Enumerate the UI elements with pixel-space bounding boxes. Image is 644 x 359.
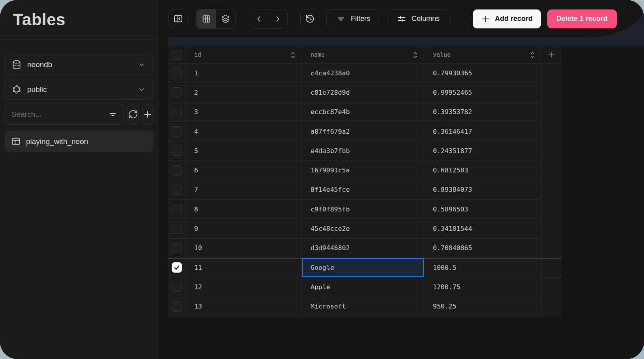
cell-name[interactable]: c9f0f895fb [302, 200, 424, 219]
cell-value[interactable]: 1200.75 [424, 277, 541, 297]
table-row[interactable]: 6 1679091c5a 0.6812583 [168, 161, 561, 180]
cell-id[interactable]: 5 [185, 141, 302, 161]
row-checkbox-cell[interactable] [168, 64, 185, 83]
cell-value[interactable]: 0.99952465 [424, 83, 541, 102]
cell-id[interactable]: 9 [185, 219, 302, 238]
row-checkbox[interactable] [172, 204, 182, 214]
select-all-checkbox[interactable] [172, 50, 182, 60]
row-checkbox-cell[interactable] [168, 200, 185, 219]
table-row[interactable]: 7 8f14e45fce 0.89384073 [168, 180, 561, 200]
row-checkbox[interactable] [172, 107, 182, 117]
row-checkbox[interactable] [172, 185, 182, 195]
table-row[interactable]: 9 45c48cce2e 0.34181544 [168, 219, 561, 238]
row-checkbox-cell[interactable] [168, 103, 185, 122]
row-checkbox-cell[interactable] [168, 219, 185, 238]
grid-view-button[interactable] [197, 9, 216, 28]
row-checkbox[interactable] [172, 68, 182, 78]
row-checkbox[interactable] [172, 301, 182, 312]
cell-name[interactable]: Google [302, 258, 424, 277]
cell-name[interactable]: 1679091c5a [302, 161, 424, 180]
prev-page-button[interactable] [249, 9, 268, 28]
row-checkbox-cell[interactable] [168, 83, 185, 102]
cell-name[interactable]: Apple [302, 277, 424, 297]
cell-id[interactable]: 8 [185, 200, 302, 219]
cell-name[interactable]: eccbc87e4b [302, 103, 424, 122]
cell-name[interactable]: 45c48cce2e [302, 219, 424, 238]
row-checkbox[interactable] [172, 224, 182, 234]
next-page-button[interactable] [268, 9, 287, 28]
sidebar-item-playing-with-neon[interactable]: playing_with_neon [5, 131, 153, 152]
cell-name[interactable]: a87ff679a2 [302, 122, 424, 141]
cell-value[interactable]: 0.89384073 [424, 180, 541, 200]
add-record-button[interactable]: Add record [473, 9, 541, 28]
cell-name[interactable]: e4da3b7fbb [302, 141, 424, 161]
row-checkbox-cell[interactable] [168, 277, 185, 297]
row-checkbox-cell[interactable] [168, 141, 185, 161]
cell-name[interactable]: d3d9446802 [302, 239, 424, 258]
table-row[interactable]: 1 c4ca4238a0 0.79930365 [168, 64, 561, 83]
row-checkbox[interactable] [172, 146, 182, 156]
cell-id[interactable]: 1 [185, 64, 302, 83]
cell-value[interactable]: 0.5896503 [424, 200, 541, 219]
cell-name[interactable]: Microsoft [302, 297, 424, 316]
row-checkbox-cell[interactable] [168, 297, 185, 316]
table-row[interactable]: 13 Microsoft 950.25 [168, 297, 561, 316]
search-box[interactable] [5, 104, 124, 125]
row-checkbox-cell[interactable] [168, 258, 185, 277]
delete-record-button[interactable]: Delete 1 record [547, 9, 617, 28]
cell-id[interactable]: 10 [185, 239, 302, 258]
row-checkbox[interactable] [172, 87, 182, 97]
add-column-button[interactable] [541, 47, 561, 64]
filters-button[interactable]: Filters [326, 9, 380, 28]
cell-value[interactable]: 0.34181544 [424, 219, 541, 238]
refresh-button[interactable] [127, 104, 139, 125]
row-checkbox[interactable] [172, 282, 182, 292]
table-row[interactable]: 12 Apple 1200.75 [168, 277, 561, 297]
cell-id[interactable]: 11 [185, 258, 302, 277]
schema-select[interactable]: public [5, 79, 153, 100]
cell-value[interactable]: 1000.5 [424, 258, 541, 277]
database-select[interactable]: neondb [5, 54, 153, 75]
header-select-all-cell[interactable] [168, 47, 185, 64]
header-id[interactable]: id [185, 47, 302, 64]
cell-id[interactable]: 12 [185, 277, 302, 297]
header-name[interactable]: name [302, 47, 424, 64]
cell-value[interactable]: 950.25 [424, 297, 541, 316]
cell-value[interactable]: 0.36146417 [424, 122, 541, 141]
toggle-sidebar-button[interactable] [168, 9, 187, 28]
row-checkbox-cell[interactable] [168, 122, 185, 141]
cell-id[interactable]: 3 [185, 103, 302, 122]
table-row[interactable]: 10 d3d9446802 0.70840865 [168, 239, 561, 258]
cell-id[interactable]: 2 [185, 83, 302, 102]
columns-button[interactable]: Columns [387, 9, 449, 28]
cell-value[interactable]: 0.6812583 [424, 161, 541, 180]
search-input[interactable] [11, 110, 108, 119]
row-checkbox[interactable] [172, 165, 182, 176]
row-checkbox-cell[interactable] [168, 161, 185, 180]
row-checkbox[interactable] [172, 262, 182, 273]
cell-id[interactable]: 7 [185, 180, 302, 200]
table-row[interactable]: 11 Google 1000.5 [168, 258, 561, 277]
cell-name[interactable]: 8f14e45fce [302, 180, 424, 200]
table-row[interactable]: 3 eccbc87e4b 0.39353782 [168, 103, 561, 122]
cell-value[interactable]: 0.70840865 [424, 239, 541, 258]
row-checkbox-cell[interactable] [168, 180, 185, 200]
cell-value[interactable]: 0.79930365 [424, 64, 541, 83]
table-row[interactable]: 8 c9f0f895fb 0.5896503 [168, 200, 561, 219]
cell-id[interactable]: 6 [185, 161, 302, 180]
cell-value[interactable]: 0.24351877 [424, 141, 541, 161]
header-value[interactable]: value [424, 47, 541, 64]
cell-id[interactable]: 4 [185, 122, 302, 141]
cell-value[interactable]: 0.39353782 [424, 103, 541, 122]
row-checkbox-cell[interactable] [168, 239, 185, 258]
history-button[interactable] [300, 9, 319, 28]
cell-name[interactable]: c81e728d9d [302, 83, 424, 102]
add-table-button[interactable] [142, 104, 154, 125]
cell-id[interactable]: 13 [185, 297, 302, 316]
table-row[interactable]: 4 a87ff679a2 0.36146417 [168, 122, 561, 141]
row-checkbox[interactable] [172, 243, 182, 253]
table-row[interactable]: 5 e4da3b7fbb 0.24351877 [168, 141, 561, 161]
table-row[interactable]: 2 c81e728d9d 0.99952465 [168, 83, 561, 102]
layers-view-button[interactable] [216, 9, 235, 28]
row-checkbox[interactable] [172, 126, 182, 136]
